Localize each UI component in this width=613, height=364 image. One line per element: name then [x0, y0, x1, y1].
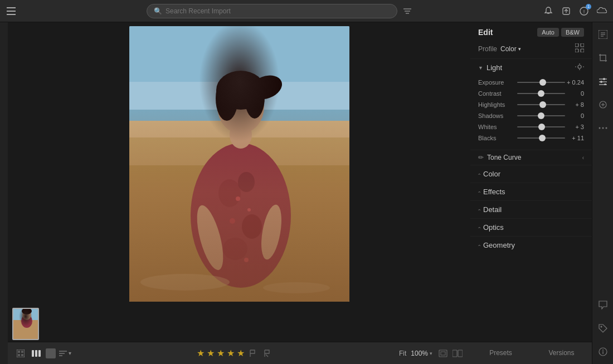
svg-point-61	[578, 65, 581, 68]
reject-button[interactable]	[261, 348, 274, 358]
blacks-label: Blacks	[478, 135, 517, 141]
effects-section-header[interactable]: › Effects	[470, 183, 592, 200]
adjustments-icon[interactable]	[595, 73, 611, 89]
tag-icon[interactable]	[595, 321, 611, 336]
star-1[interactable]: ★	[197, 348, 205, 358]
left-sidebar	[0, 22, 8, 364]
whites-thumb[interactable]	[538, 124, 545, 130]
blacks-row: Blacks + 11	[478, 134, 584, 142]
share-icon[interactable]	[561, 6, 572, 17]
thumbnail-item[interactable]	[12, 308, 39, 340]
shadows-label: Shadows	[478, 112, 517, 119]
svg-point-40	[22, 309, 32, 314]
exposure-thumb[interactable]	[539, 79, 546, 86]
tone-curve-left: ✏ Tone Curve	[478, 154, 521, 161]
search-box[interactable]: 🔍	[147, 4, 397, 18]
star-2[interactable]: ★	[207, 348, 215, 358]
color-section-header[interactable]: › Color	[470, 165, 592, 183]
exposure-row: Exposure + 0.24	[478, 78, 584, 86]
highlights-value: + 8	[565, 101, 584, 108]
svg-point-21	[238, 172, 255, 192]
highlights-row: Highlights + 8	[478, 101, 584, 109]
topbar: 🔍 !	[0, 0, 613, 22]
svg-point-79	[599, 127, 600, 129]
edit-tools-icon[interactable]	[595, 27, 611, 42]
photo-area	[8, 22, 470, 306]
cloud-icon[interactable]	[596, 6, 607, 17]
svg-rect-1	[7, 11, 16, 12]
whites-track[interactable]	[517, 123, 565, 131]
healing-icon[interactable]	[595, 97, 611, 112]
svg-rect-42	[18, 351, 20, 353]
crop-icon[interactable]	[595, 50, 611, 66]
compare-btn[interactable]	[451, 348, 464, 358]
flag-button[interactable]	[247, 348, 259, 358]
svg-rect-60	[581, 49, 584, 52]
shadows-thumb[interactable]	[538, 112, 544, 119]
svg-rect-53	[439, 350, 447, 357]
detail-title: Detail	[483, 205, 502, 214]
comment-icon[interactable]	[595, 297, 611, 313]
shadows-track[interactable]	[517, 112, 565, 120]
svg-rect-44	[18, 354, 20, 356]
effects-title: Effects	[483, 188, 505, 196]
svg-rect-14	[129, 121, 349, 302]
notifications-icon[interactable]: ! 1	[578, 6, 590, 17]
sidebar-toggle-icon[interactable]	[6, 6, 17, 17]
bottom-right-tabs: Presets Versions	[470, 342, 592, 364]
profile-grid-icon[interactable]	[575, 43, 584, 54]
geometry-section-header[interactable]: › Geometry	[470, 236, 592, 254]
profile-value-btn[interactable]: Color ▾	[500, 45, 521, 53]
svg-rect-37	[13, 320, 39, 340]
tone-curve-row[interactable]: ✏ Tone Curve ‹	[470, 150, 592, 165]
star-4[interactable]: ★	[227, 348, 235, 358]
highlights-thumb[interactable]	[539, 101, 546, 108]
svg-point-28	[245, 76, 265, 119]
grid-view-multi-btn[interactable]	[30, 347, 42, 360]
filter-icon[interactable]	[402, 6, 413, 17]
more-icon[interactable]	[595, 120, 611, 136]
contrast-label: Contrast	[478, 90, 517, 97]
star-3[interactable]: ★	[217, 348, 225, 358]
detail-section-header[interactable]: › Detail	[470, 200, 592, 218]
light-title: Light	[486, 63, 502, 72]
auto-button[interactable]: Auto	[537, 28, 559, 37]
optics-section-header[interactable]: › Optics	[470, 218, 592, 236]
exposure-track[interactable]	[517, 78, 565, 86]
svg-point-34	[140, 274, 230, 291]
bw-button[interactable]: B&W	[561, 28, 584, 37]
search-input[interactable]	[166, 7, 390, 15]
fit-screen-btn[interactable]	[437, 348, 449, 358]
svg-rect-45	[21, 354, 23, 356]
versions-tab[interactable]: Versions	[531, 342, 592, 364]
highlights-track[interactable]	[517, 101, 565, 109]
svg-rect-48	[38, 350, 41, 357]
geometry-section-left: › Geometry	[478, 241, 515, 249]
svg-rect-36	[13, 309, 39, 340]
photo-svg	[129, 26, 349, 302]
presets-tab[interactable]: Presets	[470, 342, 531, 364]
contrast-thumb[interactable]	[538, 90, 544, 97]
optics-chevron: ›	[476, 227, 482, 228]
light-section-header[interactable]: ▼ Light	[470, 58, 592, 76]
contrast-row: Contrast 0	[478, 90, 584, 97]
contrast-track[interactable]	[517, 90, 565, 97]
detail-section-left: › Detail	[478, 205, 502, 214]
svg-rect-12	[129, 82, 349, 115]
info-icon[interactable]	[595, 344, 611, 360]
zoom-text: 100%	[411, 350, 428, 357]
bell-icon[interactable]	[543, 6, 554, 17]
svg-point-73	[600, 81, 602, 83]
blacks-track[interactable]	[517, 134, 565, 142]
svg-point-27	[216, 76, 238, 121]
grid-view-single-btn[interactable]	[14, 347, 27, 360]
color-swatch[interactable]	[46, 348, 56, 358]
highlights-label: Highlights	[478, 101, 517, 108]
optics-title: Optics	[483, 223, 504, 232]
svg-point-39	[22, 309, 31, 320]
blacks-thumb[interactable]	[539, 135, 546, 141]
zoom-value[interactable]: 100% ▾	[411, 350, 432, 357]
star-5[interactable]: ★	[237, 348, 245, 358]
sort-button[interactable]: ▾	[59, 350, 71, 357]
bottom-area	[8, 306, 470, 342]
